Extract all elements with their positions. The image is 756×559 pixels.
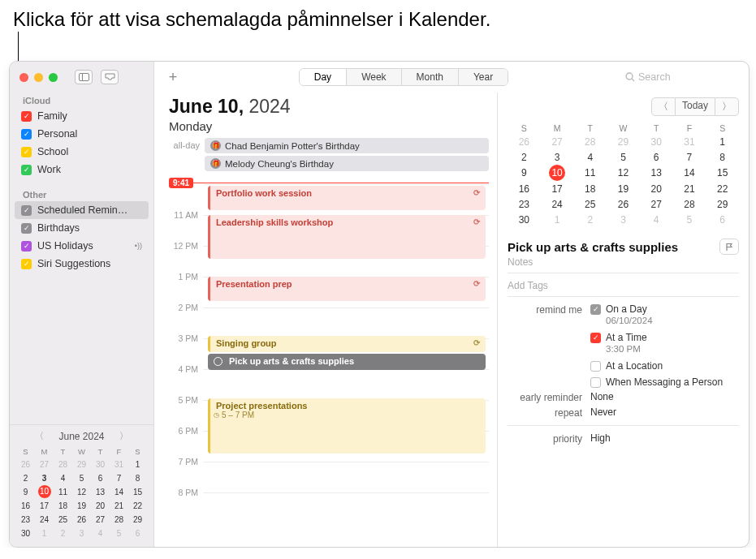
inspector-cal-day[interactable]: 15 bbox=[706, 165, 739, 181]
mini-cal-day[interactable]: 6 bbox=[91, 471, 110, 485]
calendar-list-item[interactable]: ✓Work bbox=[15, 161, 149, 178]
priority-value[interactable]: High bbox=[590, 432, 739, 444]
inspector-prev-button[interactable]: 〈 bbox=[651, 97, 676, 116]
mini-cal-day[interactable]: 24 bbox=[35, 513, 54, 527]
mini-cal-day[interactable]: 5 bbox=[72, 471, 91, 485]
calendar-checkbox[interactable]: ✓ bbox=[21, 129, 32, 140]
view-tab-year[interactable]: Year bbox=[459, 69, 508, 85]
mini-cal-day[interactable]: 3 bbox=[35, 471, 54, 485]
inspector-cal-day[interactable]: 25 bbox=[573, 196, 607, 212]
calendar-list-item[interactable]: ✓Scheduled Remin… bbox=[15, 201, 149, 219]
inspector-cal-day[interactable]: 23 bbox=[508, 196, 541, 212]
zoom-button[interactable] bbox=[49, 73, 58, 82]
search-field[interactable]: Search bbox=[625, 71, 739, 83]
inspector-cal-day[interactable]: 17 bbox=[541, 181, 574, 196]
inspector-cal-day[interactable]: 28 bbox=[673, 196, 706, 212]
inspector-cal-day[interactable]: 8 bbox=[706, 149, 739, 165]
on-a-day-value[interactable]: 06/10/2024 bbox=[606, 316, 739, 325]
calendar-list-item[interactable]: ✓US Holidays•)) bbox=[15, 237, 149, 255]
minimize-button[interactable] bbox=[34, 73, 43, 82]
mini-cal-day[interactable]: 17 bbox=[35, 499, 54, 513]
inbox-button[interactable] bbox=[101, 70, 119, 84]
calendar-event[interactable]: Leadership skills workshop⟳ bbox=[208, 215, 486, 259]
inspector-cal-day[interactable]: 5 bbox=[607, 149, 640, 165]
mini-cal-day[interactable]: 9 bbox=[16, 485, 35, 499]
inspector-cal-day[interactable]: 2 bbox=[573, 212, 607, 227]
inspector-cal-day[interactable]: 6 bbox=[706, 212, 739, 227]
mini-cal-day[interactable]: 29 bbox=[128, 513, 147, 527]
mini-cal-day[interactable]: 19 bbox=[72, 499, 91, 513]
inspector-cal-day[interactable]: 16 bbox=[508, 181, 541, 196]
calendar-list-item[interactable]: ✓Siri Suggestions bbox=[15, 255, 149, 273]
inspector-cal-day[interactable]: 4 bbox=[573, 149, 607, 165]
inspector-cal-day[interactable]: 9 bbox=[508, 165, 541, 181]
inspector-cal-day[interactable]: 3 bbox=[607, 212, 640, 227]
calendar-checkbox[interactable]: ✓ bbox=[21, 147, 32, 157]
inspector-cal-day[interactable]: 14 bbox=[673, 165, 706, 181]
mini-cal-day[interactable]: 28 bbox=[54, 458, 72, 471]
mini-cal-day[interactable]: 14 bbox=[110, 485, 128, 499]
flag-button[interactable] bbox=[719, 239, 739, 255]
add-tags-field[interactable]: Add Tags bbox=[508, 280, 739, 291]
inspector-cal-day[interactable]: 27 bbox=[640, 196, 673, 212]
inspector-cal-day[interactable]: 11 bbox=[573, 165, 607, 181]
calendar-checkbox[interactable]: ✓ bbox=[21, 205, 32, 216]
calendar-checkbox[interactable]: ✓ bbox=[21, 241, 32, 252]
mini-cal-day[interactable]: 5 bbox=[110, 527, 128, 540]
mini-cal-day[interactable]: 29 bbox=[72, 458, 91, 471]
view-tab-day[interactable]: Day bbox=[300, 69, 347, 85]
calendar-event[interactable]: Pick up arts & crafts supplies bbox=[208, 354, 486, 370]
inspector-cal-day[interactable]: 22 bbox=[706, 181, 739, 196]
at-a-location-checkbox[interactable]: At a Location bbox=[590, 360, 739, 372]
mini-cal-day[interactable]: 18 bbox=[54, 499, 72, 513]
inspector-cal-day[interactable]: 1 bbox=[541, 212, 574, 227]
inspector-cal-day[interactable]: 4 bbox=[640, 212, 673, 227]
mini-cal-day[interactable]: 8 bbox=[128, 471, 147, 485]
mini-cal-day[interactable]: 13 bbox=[91, 485, 110, 499]
calendar-event[interactable]: Portfolio work session⟳ bbox=[208, 186, 486, 210]
at-a-time-value[interactable]: 3:30 PM bbox=[606, 344, 739, 354]
inspector-cal-day[interactable]: 24 bbox=[541, 196, 574, 212]
mini-cal-day[interactable]: 23 bbox=[16, 513, 35, 527]
inspector-cal-day[interactable]: 7 bbox=[673, 149, 706, 165]
inspector-today-button[interactable]: Today bbox=[676, 97, 715, 116]
inspector-cal-day[interactable]: 12 bbox=[607, 165, 640, 181]
calendar-checkbox[interactable]: ✓ bbox=[21, 165, 32, 175]
calendar-event[interactable]: Project presentations◷ 5 – 7 PM bbox=[208, 398, 486, 454]
mini-cal-day[interactable]: 15 bbox=[128, 485, 147, 499]
calendar-event[interactable]: Presentation prep⟳ bbox=[208, 277, 486, 301]
notes-field[interactable]: Notes bbox=[508, 256, 739, 268]
when-messaging-checkbox[interactable]: When Messaging a Person bbox=[590, 376, 739, 388]
early-reminder-value[interactable]: None bbox=[590, 391, 739, 402]
mini-cal-day[interactable]: 2 bbox=[54, 527, 72, 540]
inspector-cal-day[interactable]: 31 bbox=[673, 134, 706, 149]
mini-cal-prev[interactable]: 〈 bbox=[35, 430, 44, 442]
mini-cal-day[interactable]: 27 bbox=[91, 513, 110, 527]
inspector-cal-day[interactable]: 30 bbox=[508, 212, 541, 227]
inspector-cal-day[interactable]: 27 bbox=[541, 134, 574, 149]
calendar-list-item[interactable]: ✓Birthdays bbox=[15, 219, 149, 237]
on-a-day-checkbox[interactable]: ✓On a Day bbox=[590, 303, 739, 315]
view-tab-month[interactable]: Month bbox=[402, 69, 459, 85]
view-tab-week[interactable]: Week bbox=[347, 69, 401, 85]
inspector-cal-day[interactable]: 18 bbox=[573, 181, 607, 196]
inspector-cal-day[interactable]: 20 bbox=[640, 181, 673, 196]
mini-cal-day[interactable]: 2 bbox=[16, 471, 35, 485]
reminder-title[interactable]: Pick up arts & crafts supplies bbox=[508, 240, 678, 254]
mini-cal-day[interactable]: 12 bbox=[72, 485, 91, 499]
inspector-cal-day[interactable]: 30 bbox=[640, 134, 673, 149]
timeline[interactable]: 9:41 11 AM12 PM1 PM2 PM3 PM4 PM5 PM6 PM7… bbox=[169, 178, 489, 527]
mini-cal-day[interactable]: 26 bbox=[72, 513, 91, 527]
inspector-cal-day[interactable]: 21 bbox=[673, 181, 706, 196]
inspector-cal-day[interactable]: 13 bbox=[640, 165, 673, 181]
inspector-cal-day[interactable]: 19 bbox=[607, 181, 640, 196]
mini-cal-day[interactable]: 27 bbox=[35, 458, 54, 471]
inspector-cal-day[interactable]: 5 bbox=[673, 212, 706, 227]
mini-cal-day[interactable]: 3 bbox=[72, 527, 91, 540]
mini-cal-day[interactable]: 4 bbox=[91, 527, 110, 540]
inspector-month-calendar[interactable]: SMTWTFS262728293031123456789101112131415… bbox=[508, 123, 739, 227]
repeat-value[interactable]: Never bbox=[590, 406, 739, 418]
inspector-cal-day[interactable]: 29 bbox=[706, 196, 739, 212]
mini-cal-day[interactable]: 1 bbox=[128, 458, 147, 471]
allday-event[interactable]: 🎁Melody Cheung's Birthday bbox=[205, 156, 489, 171]
